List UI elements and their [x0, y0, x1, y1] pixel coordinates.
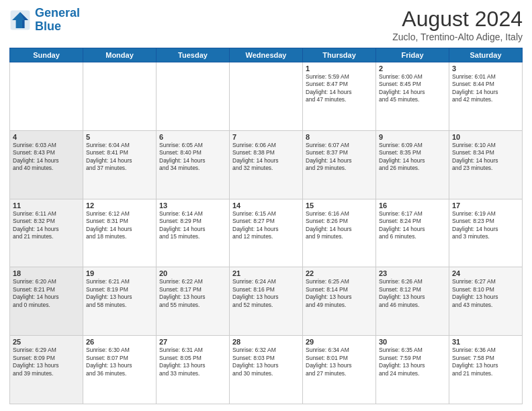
day-number: 13 [159, 201, 226, 210]
calendar-cell: 15Sunrise: 6:16 AM Sunset: 8:26 PM Dayli… [303, 199, 376, 267]
calendar-table: Sunday Monday Tuesday Wednesday Thursday… [9, 48, 523, 404]
header-row: Sunday Monday Tuesday Wednesday Thursday… [10, 48, 523, 62]
calendar-cell: 27Sunrise: 6:31 AM Sunset: 8:05 PM Dayli… [157, 336, 230, 404]
day-info: Sunrise: 6:20 AM Sunset: 8:21 PM Dayligh… [13, 278, 80, 309]
logo-text: General Blue [35, 7, 80, 34]
day-number: 3 [452, 64, 519, 73]
header: General Blue August 2024 Zuclo, Trentino… [9, 7, 523, 42]
day-number: 1 [306, 64, 373, 73]
calendar-cell: 5Sunrise: 6:04 AM Sunset: 8:41 PM Daylig… [83, 130, 157, 199]
col-saturday: Saturday [449, 48, 523, 62]
day-number: 28 [232, 338, 300, 346]
calendar-cell: 11Sunrise: 6:11 AM Sunset: 8:32 PM Dayli… [10, 199, 83, 267]
calendar-cell: 16Sunrise: 6:17 AM Sunset: 8:24 PM Dayli… [376, 199, 449, 267]
calendar-cell: 9Sunrise: 6:09 AM Sunset: 8:35 PM Daylig… [376, 130, 449, 199]
day-info: Sunrise: 6:06 AM Sunset: 8:38 PM Dayligh… [232, 142, 300, 173]
day-number: 25 [13, 338, 80, 346]
location-title: Zuclo, Trentino-Alto Adige, Italy [392, 32, 523, 42]
calendar-cell: 2Sunrise: 6:00 AM Sunset: 8:45 PM Daylig… [376, 62, 449, 131]
title-block: August 2024 Zuclo, Trentino-Alto Adige, … [392, 7, 523, 42]
calendar-week-4: 18Sunrise: 6:20 AM Sunset: 8:21 PM Dayli… [10, 267, 523, 336]
day-info: Sunrise: 6:12 AM Sunset: 8:31 PM Dayligh… [86, 210, 153, 241]
day-info: Sunrise: 6:25 AM Sunset: 8:14 PM Dayligh… [306, 278, 373, 309]
day-info: Sunrise: 6:04 AM Sunset: 8:41 PM Dayligh… [86, 142, 153, 173]
day-number: 11 [13, 201, 80, 210]
calendar-cell: 6Sunrise: 6:05 AM Sunset: 8:40 PM Daylig… [157, 130, 230, 199]
day-number: 17 [452, 201, 519, 210]
day-info: Sunrise: 6:07 AM Sunset: 8:37 PM Dayligh… [306, 142, 373, 173]
calendar-cell [157, 62, 230, 131]
day-number: 8 [306, 133, 373, 141]
day-number: 5 [86, 133, 153, 141]
calendar-cell: 24Sunrise: 6:27 AM Sunset: 8:10 PM Dayli… [449, 267, 523, 336]
day-number: 14 [232, 201, 300, 210]
calendar-cell: 3Sunrise: 6:01 AM Sunset: 8:44 PM Daylig… [449, 62, 523, 131]
day-info: Sunrise: 6:30 AM Sunset: 8:07 PM Dayligh… [86, 347, 153, 377]
calendar-cell [10, 62, 83, 131]
calendar-cell [83, 62, 157, 131]
calendar-cell: 1Sunrise: 5:59 AM Sunset: 8:47 PM Daylig… [303, 62, 376, 131]
day-info: Sunrise: 6:36 AM Sunset: 7:58 PM Dayligh… [452, 347, 519, 377]
day-number: 7 [232, 133, 300, 141]
day-number: 9 [379, 133, 446, 141]
calendar-cell: 25Sunrise: 6:29 AM Sunset: 8:09 PM Dayli… [10, 336, 83, 404]
day-info: Sunrise: 6:01 AM Sunset: 8:44 PM Dayligh… [452, 73, 519, 104]
day-info: Sunrise: 6:09 AM Sunset: 8:35 PM Dayligh… [379, 142, 446, 173]
day-info: Sunrise: 6:26 AM Sunset: 8:12 PM Dayligh… [379, 278, 446, 309]
col-tuesday: Tuesday [157, 48, 230, 62]
calendar-cell: 17Sunrise: 6:19 AM Sunset: 8:23 PM Dayli… [449, 199, 523, 267]
calendar-cell: 30Sunrise: 6:35 AM Sunset: 7:59 PM Dayli… [376, 336, 449, 404]
calendar-cell [230, 62, 303, 131]
calendar-cell: 29Sunrise: 6:34 AM Sunset: 8:01 PM Dayli… [303, 336, 376, 404]
day-info: Sunrise: 6:11 AM Sunset: 8:32 PM Dayligh… [13, 210, 80, 241]
day-number: 19 [86, 269, 153, 277]
day-info: Sunrise: 6:05 AM Sunset: 8:40 PM Dayligh… [159, 142, 226, 173]
day-number: 16 [379, 201, 446, 210]
calendar-week-1: 1Sunrise: 5:59 AM Sunset: 8:47 PM Daylig… [10, 62, 523, 131]
logo-blue: Blue [35, 20, 80, 34]
day-info: Sunrise: 6:17 AM Sunset: 8:24 PM Dayligh… [379, 210, 446, 241]
day-info: Sunrise: 6:24 AM Sunset: 8:16 PM Dayligh… [232, 278, 300, 309]
day-number: 23 [379, 269, 446, 277]
day-number: 10 [452, 133, 519, 141]
day-number: 4 [13, 133, 80, 141]
day-info: Sunrise: 6:16 AM Sunset: 8:26 PM Dayligh… [306, 210, 373, 241]
day-info: Sunrise: 6:19 AM Sunset: 8:23 PM Dayligh… [452, 210, 519, 241]
day-info: Sunrise: 6:35 AM Sunset: 7:59 PM Dayligh… [379, 347, 446, 377]
col-wednesday: Wednesday [230, 48, 303, 62]
col-thursday: Thursday [303, 48, 376, 62]
calendar-week-2: 4Sunrise: 6:03 AM Sunset: 8:43 PM Daylig… [10, 130, 523, 199]
day-number: 21 [232, 269, 300, 277]
day-info: Sunrise: 6:27 AM Sunset: 8:10 PM Dayligh… [452, 278, 519, 309]
calendar-week-3: 11Sunrise: 6:11 AM Sunset: 8:32 PM Dayli… [10, 199, 523, 267]
logo-icon [9, 9, 31, 31]
day-number: 22 [306, 269, 373, 277]
day-info: Sunrise: 6:10 AM Sunset: 8:34 PM Dayligh… [452, 142, 519, 173]
day-info: Sunrise: 6:34 AM Sunset: 8:01 PM Dayligh… [306, 347, 373, 377]
day-number: 30 [379, 338, 446, 346]
day-info: Sunrise: 6:32 AM Sunset: 8:03 PM Dayligh… [232, 347, 300, 377]
calendar-cell: 19Sunrise: 6:21 AM Sunset: 8:19 PM Dayli… [83, 267, 157, 336]
calendar-cell: 4Sunrise: 6:03 AM Sunset: 8:43 PM Daylig… [10, 130, 83, 199]
calendar-cell: 21Sunrise: 6:24 AM Sunset: 8:16 PM Dayli… [230, 267, 303, 336]
day-number: 2 [379, 64, 446, 73]
day-number: 26 [86, 338, 153, 346]
calendar-cell: 23Sunrise: 6:26 AM Sunset: 8:12 PM Dayli… [376, 267, 449, 336]
day-info: Sunrise: 6:03 AM Sunset: 8:43 PM Dayligh… [13, 142, 80, 173]
calendar-cell: 8Sunrise: 6:07 AM Sunset: 8:37 PM Daylig… [303, 130, 376, 199]
col-monday: Monday [83, 48, 157, 62]
day-number: 6 [159, 133, 226, 141]
day-number: 31 [452, 338, 519, 346]
calendar-week-5: 25Sunrise: 6:29 AM Sunset: 8:09 PM Dayli… [10, 336, 523, 404]
calendar-cell: 22Sunrise: 6:25 AM Sunset: 8:14 PM Dayli… [303, 267, 376, 336]
day-number: 29 [306, 338, 373, 346]
page: General Blue August 2024 Zuclo, Trentino… [0, 0, 532, 411]
day-info: Sunrise: 5:59 AM Sunset: 8:47 PM Dayligh… [306, 73, 373, 104]
day-info: Sunrise: 6:31 AM Sunset: 8:05 PM Dayligh… [159, 347, 226, 377]
calendar-cell: 20Sunrise: 6:22 AM Sunset: 8:17 PM Dayli… [157, 267, 230, 336]
calendar-cell: 18Sunrise: 6:20 AM Sunset: 8:21 PM Dayli… [10, 267, 83, 336]
day-number: 18 [13, 269, 80, 277]
day-number: 20 [159, 269, 226, 277]
day-number: 27 [159, 338, 226, 346]
calendar-cell: 12Sunrise: 6:12 AM Sunset: 8:31 PM Dayli… [83, 199, 157, 267]
